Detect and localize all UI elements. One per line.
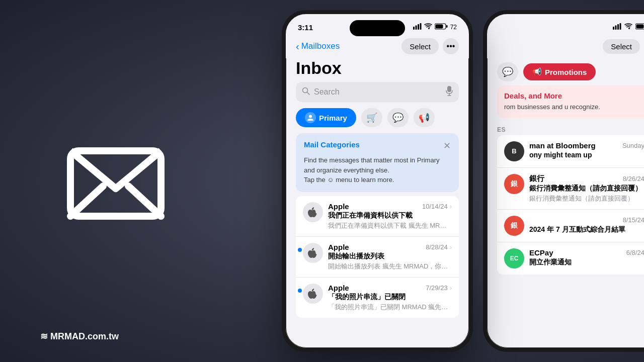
select-button-1[interactable]: Select <box>401 38 439 54</box>
search-bar-1[interactable]: Search <box>296 82 459 102</box>
select-button-2[interactable]: Select <box>603 39 640 54</box>
unread-dot-2 <box>298 248 302 252</box>
mail-cat-close-icon[interactable]: ✕ <box>443 140 451 151</box>
email-item-1[interactable]: Apple 10/14/24 › 我們正在準備資料以供下載 我們正在準備資料以供… <box>296 196 459 237</box>
email-sender-p2-2: 銀行 <box>529 174 544 184</box>
email-item-p2-2[interactable]: 銀 銀行 8/26/24 ⓘ 銀行消費彙整通知（請勿直接回覆） 銀行消費彙整通知… <box>497 168 644 210</box>
mail-cat-body: Find the messages that matter most in Pr… <box>304 155 451 185</box>
svg-rect-21 <box>636 25 643 29</box>
email-subject-1: 我們正在準備資料以供下載 <box>328 211 452 220</box>
svg-rect-16 <box>613 27 614 30</box>
svg-rect-12 <box>447 86 451 92</box>
email-item-2[interactable]: Apple 8/28/24 › 開始輸出播放列表 開始輸出播放列表 瘋先生 MR… <box>296 237 459 278</box>
mail-cat-body2: Tap the ☺ menu to learn more. <box>304 176 394 184</box>
wifi-icon-1 <box>424 23 432 31</box>
tab-chat-p2[interactable]: 💬 <box>497 62 518 81</box>
svg-rect-6 <box>420 23 421 30</box>
avatar-apple-2 <box>303 243 323 263</box>
svg-rect-17 <box>615 26 616 30</box>
avatar-bloomberg: B <box>504 141 524 161</box>
status-time-1: 3:11 <box>298 23 313 32</box>
svg-rect-4 <box>415 26 417 30</box>
email-content-2: Apple 8/28/24 › 開始輸出播放列表 開始輸出播放列表 瘋先生 MR… <box>328 243 452 271</box>
avatar-ecpay: EC <box>504 248 524 268</box>
battery-icon-2 <box>635 23 644 32</box>
email-subject-3: 「我的照片串流」已關閉 <box>328 293 452 302</box>
email-subject-p2-3: 2024 年 7 月互動式綜合月結單 <box>529 225 644 234</box>
deals-banner: ✕ Deals, and More rom businesses and u r… <box>497 85 644 118</box>
dynamic-island <box>350 20 405 36</box>
svg-rect-8 <box>435 25 443 29</box>
back-button-1[interactable]: ‹ Mailboxes <box>296 41 340 52</box>
search-input-1[interactable]: Search <box>314 87 442 97</box>
svg-rect-3 <box>413 27 415 30</box>
nav-bar-2: Select ••• <box>487 36 644 58</box>
email-preview-2: 開始輸出播放列表 瘋先生 MRMAD，你好：Apple 已收到輸出資料的要求。 … <box>328 262 452 271</box>
branding-logo: ≋ MRMAD.com.tw <box>40 331 119 342</box>
email-subject-2: 開始輸出播放列表 <box>328 252 452 261</box>
mail-icon-container <box>60 126 171 236</box>
primary-person-icon <box>305 112 316 123</box>
email-item-p2-1[interactable]: B man at Bloomberg Sunday ⓘ ony might te… <box>497 135 644 168</box>
avatar-bank2: 銀 <box>504 216 524 236</box>
email-content-p2-1: man at Bloomberg Sunday ⓘ ony might team… <box>529 141 644 159</box>
promotions-tab[interactable]: 📢 Promotions <box>523 63 596 80</box>
email-list-2: B man at Bloomberg Sunday ⓘ ony might te… <box>497 135 644 275</box>
phone1: 3:11 72 ‹ Mailboxes Select ••• Inbox <box>282 10 473 352</box>
inbox-title: Inbox <box>286 58 469 82</box>
unread-dot-3 <box>298 289 302 293</box>
avatar-bank: 銀 <box>504 174 524 194</box>
more-options-button-1[interactable]: ••• <box>443 38 459 54</box>
tab-shopping[interactable]: 🛒 <box>361 108 382 127</box>
email-list-1: Apple 10/14/24 › 我們正在準備資料以供下載 我們正在準備資料以供… <box>296 196 459 318</box>
email-content-3: Apple 7/29/23 › 「我的照片串流」已關閉 「我的照片串流」已關閉 … <box>328 284 452 312</box>
promotions-section: 💬 📢 Promotions <box>487 58 644 85</box>
wifi-icon-2 <box>624 23 632 32</box>
email-preview-p2-2: 銀行消費彙整通知（請勿直接回覆） <box>529 194 644 203</box>
email-preview-1: 我們正在準備資料以供下載 瘋先生 MRMAD，你好： 我們已於 2024年10月… <box>328 221 452 230</box>
status-icons-1: 72 <box>413 23 457 31</box>
category-tabs-1: Primary 🛒 💬 📢 <box>286 108 469 133</box>
chevron-right-icon-2: › <box>450 243 452 251</box>
avatar-apple-3 <box>303 284 323 304</box>
chevron-right-icon-3: › <box>450 284 452 292</box>
tab-primary-label: Primary <box>319 114 347 122</box>
nav-actions-1: Select ••• <box>401 38 459 54</box>
email-item-p2-3[interactable]: 銀 8/15/24 ⓘ 2024 年 7 月互動式綜合月結單 <box>497 210 644 242</box>
mail-cat-header: Mail Categories ✕ <box>304 140 451 151</box>
svg-line-1 <box>70 186 103 216</box>
signal-icon-2 <box>613 23 621 32</box>
mail-cat-title: Mail Categories <box>304 140 360 149</box>
email-date-p2-1: Sunday ⓘ <box>622 141 644 150</box>
section-header-2: ES <box>487 122 644 135</box>
email-content-1: Apple 10/14/24 › 我們正在準備資料以供下載 我們正在準備資料以供… <box>328 202 452 230</box>
mail-icon <box>65 141 166 221</box>
email-subject-p2-1: ony might team up <box>529 151 644 159</box>
promotions-icon: 📢 <box>532 67 542 76</box>
email-sender-p2-1: man at Bloomberg <box>529 141 596 150</box>
email-item-3[interactable]: Apple 7/29/23 › 「我的照片串流」已關閉 「我的照片串流」已關閉 … <box>296 278 459 318</box>
back-chevron-icon: ‹ <box>296 41 299 52</box>
tab-chat[interactable]: 💬 <box>387 108 409 127</box>
tab-promo[interactable]: 📢 <box>414 108 435 127</box>
back-label-1: Mailboxes <box>301 41 340 51</box>
phone2: 72 Select ••• 💬 📢 Promotions ✕ Deals, an… <box>483 10 644 352</box>
svg-rect-5 <box>418 24 419 30</box>
email-item-p2-4[interactable]: EC ECPay 6/8/24 ⓘ 開立作業通知 <box>497 242 644 275</box>
email-sender-3: Apple <box>328 284 349 292</box>
mic-icon-1 <box>446 86 453 98</box>
svg-point-15 <box>309 115 312 118</box>
email-sender-1: Apple <box>328 202 349 211</box>
branding: ≋ MRMAD.com.tw <box>40 331 119 342</box>
promotions-label: Promotions <box>545 68 587 76</box>
signal-icon-1 <box>413 23 422 31</box>
email-date-3: 7/29/23 › <box>426 284 452 292</box>
status-bar-2: 72 <box>487 14 644 36</box>
svg-rect-9 <box>446 25 448 28</box>
email-content-p2-3: 8/15/24 ⓘ 2024 年 7 月互動式綜合月結單 <box>529 216 644 234</box>
email-content-p2-2: 銀行 8/26/24 ⓘ 銀行消費彙整通知（請勿直接回覆） 銀行消費彙整通知（請… <box>529 174 644 203</box>
email-sender-2: Apple <box>328 243 349 251</box>
email-date-p2-3: 8/15/24 ⓘ <box>623 216 644 225</box>
nav-bar-1: ‹ Mailboxes Select ••• <box>286 36 469 58</box>
tab-primary[interactable]: Primary <box>296 108 356 127</box>
